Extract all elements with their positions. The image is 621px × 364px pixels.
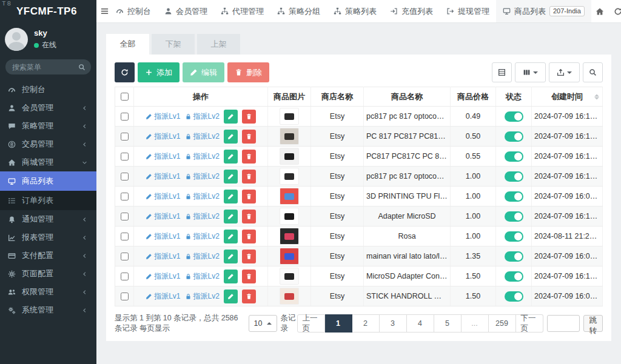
row-checkbox[interactable]: [121, 293, 129, 300]
edit-button[interactable]: 编辑: [183, 62, 224, 82]
row-edit-button[interactable]: [224, 110, 238, 124]
select-all-checkbox[interactable]: [121, 93, 129, 101]
product-thumbnail[interactable]: [280, 288, 299, 305]
assign-link-lv2[interactable]: 指派Lv2: [185, 231, 220, 242]
row-checkbox[interactable]: [121, 213, 129, 220]
status-toggle[interactable]: [505, 111, 523, 122]
sidebar-item-list[interactable]: 订单列表: [0, 191, 96, 210]
page-button[interactable]: 4: [407, 314, 434, 333]
status-toggle[interactable]: [505, 211, 523, 222]
assign-link-lv2[interactable]: 指派Lv2: [185, 151, 220, 162]
assign-link-lv1[interactable]: 指派Lv1: [146, 151, 180, 162]
nav-item-user[interactable]: 会员管理: [158, 0, 214, 22]
sidebar-item-gauge[interactable]: 控制台: [0, 81, 96, 99]
product-thumbnail[interactable]: [280, 108, 299, 125]
sidebar-item-bitcoin[interactable]: 交易管理: [0, 135, 96, 153]
nav-item-signout[interactable]: 提现管理: [440, 0, 496, 22]
row-delete-button[interactable]: [242, 230, 256, 243]
search-toggle-button[interactable]: [583, 62, 603, 82]
nav-item-sitemap[interactable]: 策略列表: [327, 0, 383, 22]
page-button[interactable]: 5: [434, 314, 462, 333]
row-edit-button[interactable]: [224, 290, 238, 303]
refresh-button[interactable]: [115, 62, 135, 82]
row-delete-button[interactable]: [242, 290, 256, 303]
product-thumbnail[interactable]: [280, 268, 299, 285]
page-button[interactable]: 2: [352, 314, 380, 333]
sidebar-item-card[interactable]: 支付配置: [0, 247, 96, 265]
assign-link-lv2[interactable]: 指派Lv2: [185, 131, 220, 142]
row-checkbox[interactable]: [121, 273, 129, 280]
row-edit-button[interactable]: [224, 230, 238, 243]
assign-link-lv1[interactable]: 指派Lv1: [146, 291, 180, 302]
column-header[interactable]: 创建时间: [532, 87, 603, 107]
product-thumbnail[interactable]: [280, 228, 299, 245]
row-edit-button[interactable]: [224, 250, 238, 263]
status-toggle[interactable]: [505, 251, 523, 262]
sidebar-item-user[interactable]: 会员管理: [0, 99, 96, 117]
product-thumbnail[interactable]: [280, 148, 299, 165]
columns-button[interactable]: [515, 62, 546, 82]
paging-toggle-button[interactable]: [492, 62, 512, 82]
row-edit-button[interactable]: [224, 270, 238, 283]
product-thumbnail[interactable]: [280, 128, 299, 145]
page-size-select[interactable]: 10: [249, 315, 277, 332]
nav-item-gauge[interactable]: 控制台: [109, 0, 158, 22]
jump-page-input[interactable]: [547, 315, 580, 332]
row-delete-button[interactable]: [242, 130, 256, 144]
row-checkbox[interactable]: [121, 173, 129, 180]
product-thumbnail[interactable]: [280, 248, 299, 265]
row-delete-button[interactable]: [242, 190, 256, 204]
assign-link-lv2[interactable]: 指派Lv2: [185, 111, 220, 122]
row-delete-button[interactable]: [242, 270, 256, 283]
sidebar-item-bell[interactable]: 通知管理: [0, 210, 96, 228]
refresh-icon[interactable]: [609, 2, 621, 21]
product-thumbnail[interactable]: [280, 208, 299, 225]
export-button[interactable]: [549, 62, 580, 82]
status-toggle[interactable]: [505, 271, 523, 282]
nav-item-signin[interactable]: 充值列表: [383, 0, 440, 22]
row-checkbox[interactable]: [121, 133, 129, 141]
assign-link-lv2[interactable]: 指派Lv2: [185, 251, 220, 262]
row-edit-button[interactable]: [224, 190, 238, 204]
row-checkbox[interactable]: [121, 113, 129, 121]
assign-link-lv1[interactable]: 指派Lv1: [146, 111, 180, 122]
sidebar-item-comments[interactable]: 策略管理: [0, 117, 96, 135]
page-button[interactable]: 1: [325, 314, 352, 333]
product-thumbnail[interactable]: [280, 188, 299, 205]
status-toggle[interactable]: [505, 191, 523, 202]
sidebar-item-home[interactable]: 商城管理: [0, 153, 96, 171]
status-toggle[interactable]: [505, 131, 523, 142]
assign-link-lv1[interactable]: 指派Lv1: [146, 271, 180, 282]
status-toggle[interactable]: [505, 171, 523, 182]
sort-icon[interactable]: [594, 94, 599, 99]
assign-link-lv2[interactable]: 指派Lv2: [185, 271, 220, 282]
status-toggle[interactable]: [505, 231, 523, 242]
sidebar-item-cogs[interactable]: 系统管理: [0, 301, 96, 319]
nav-item-sitemap[interactable]: 代理管理: [214, 0, 270, 22]
tab-2[interactable]: 上架: [197, 34, 240, 55]
row-edit-button[interactable]: [224, 130, 238, 144]
assign-link-lv1[interactable]: 指派Lv1: [146, 251, 180, 262]
assign-link-lv2[interactable]: 指派Lv2: [185, 211, 220, 222]
sidebar-item-chart[interactable]: 报表管理: [0, 228, 96, 247]
sidebar-item-cog[interactable]: 页面配置: [0, 265, 96, 283]
status-toggle[interactable]: [505, 151, 523, 162]
home-icon[interactable]: [591, 2, 608, 21]
status-toggle[interactable]: [505, 291, 523, 302]
row-checkbox[interactable]: [121, 193, 129, 200]
row-delete-button[interactable]: [242, 110, 256, 124]
product-thumbnail[interactable]: [280, 168, 299, 185]
tab-1[interactable]: 下架: [152, 34, 195, 55]
row-edit-button[interactable]: [224, 150, 238, 164]
page-button[interactable]: 3: [380, 314, 407, 333]
row-delete-button[interactable]: [242, 210, 256, 223]
row-edit-button[interactable]: [224, 170, 238, 184]
assign-link-lv1[interactable]: 指派Lv1: [146, 131, 180, 142]
sidebar-item-desktop[interactable]: 商品列表: [0, 171, 96, 191]
assign-link-lv2[interactable]: 指派Lv2: [185, 171, 220, 182]
assign-link-lv1[interactable]: 指派Lv1: [146, 231, 180, 242]
delete-button[interactable]: 删除: [227, 62, 269, 82]
sidebar-item-users[interactable]: 权限管理: [0, 283, 96, 301]
row-edit-button[interactable]: [224, 210, 238, 223]
row-checkbox[interactable]: [121, 233, 129, 240]
